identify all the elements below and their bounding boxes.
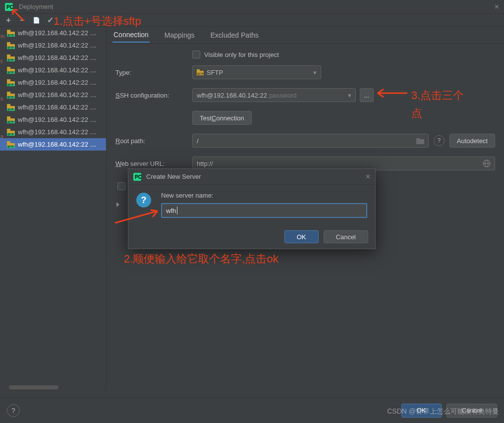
svg-rect-23 — [7, 92, 10, 94]
autodetect-button[interactable]: Autodetect — [449, 134, 495, 148]
dialog-help-icon[interactable]: ? — [7, 404, 20, 417]
svg-rect-11 — [7, 54, 10, 57]
test-connection-button[interactable]: Test Connection — [192, 111, 252, 125]
server-list-item[interactable]: SFTPwfh@192.168.40.142:22 … — [0, 76, 106, 89]
copy-button[interactable]: 📄 — [32, 16, 41, 25]
server-list-item[interactable]: SFTPwfh@192.168.40.142:22 … — [0, 52, 106, 64]
server-name-value: wfh — [166, 207, 176, 214]
svg-text:SFTP: SFTP — [197, 72, 204, 75]
tab-excluded[interactable]: Excluded Paths — [210, 28, 260, 42]
server-list-item[interactable]: SFTPwfh@192.168.40.142:22 … — [0, 101, 106, 113]
remove-button[interactable]: − — [18, 16, 27, 25]
server-name-label: New server name: — [161, 192, 367, 199]
url-label: Web server URL: — [115, 160, 192, 167]
svg-text:SFTP: SFTP — [7, 133, 14, 136]
tab-connection[interactable]: Connection — [112, 28, 150, 43]
dialog-close-icon[interactable]: × — [366, 172, 370, 181]
type-value: SFTP — [207, 69, 223, 76]
root-value: / — [197, 137, 199, 145]
server-list-item-label: wfh@192.168.40.142:22 … — [18, 54, 96, 61]
visible-only-checkbox[interactable] — [192, 51, 200, 58]
root-path-label: Root path: — [115, 137, 192, 145]
pycharm-icon: PC — [5, 3, 13, 11]
server-list-item[interactable]: SFTPwfh@192.168.40.142:22 … — [0, 113, 106, 126]
svg-rect-7 — [7, 42, 10, 45]
server-list-item-label: wfh@192.168.40.142:22 … — [18, 104, 96, 111]
server-list-item-label: wfh@192.168.40.142:22 … — [18, 29, 96, 37]
server-list-item[interactable]: SFTPwfh@192.168.40.142:22 … — [0, 89, 106, 101]
svg-rect-27 — [7, 104, 10, 106]
ssh-config-select[interactable]: wfh@192.168.40.142:22 password ▾ — [192, 88, 356, 102]
svg-rect-39 — [7, 141, 10, 144]
svg-text:SFTP: SFTP — [7, 96, 14, 99]
pycharm-icon: PC — [133, 173, 141, 181]
titlebar: PC Deployment × — [0, 0, 504, 14]
chevron-down-icon: ▾ — [348, 92, 351, 99]
globe-icon — [483, 159, 491, 167]
dialog-title: Create New Server — [146, 173, 201, 180]
svg-text:SFTP: SFTP — [7, 58, 14, 61]
tabs: Connection Mappings Excluded Paths — [107, 27, 504, 44]
server-list-item-label: wfh@192.168.40.142:22 … — [18, 42, 96, 49]
server-list-item-label: wfh@192.168.40.142:22 … — [18, 79, 96, 86]
server-list-item-label: wfh@192.168.40.142:22 … — [18, 141, 96, 148]
svg-text:SFTP: SFTP — [7, 120, 14, 123]
unknown-checkbox[interactable] — [117, 182, 125, 190]
server-list-item-label: wfh@192.168.40.142:22 … — [18, 128, 96, 136]
tab-mappings[interactable]: Mappings — [164, 28, 196, 42]
expand-arrow-icon[interactable] — [116, 202, 119, 207]
server-list-item[interactable]: SFTPwfh@192.168.40.142:22 … — [0, 39, 106, 52]
window-close-icon[interactable]: × — [495, 2, 499, 11]
svg-text:SFTP: SFTP — [7, 34, 14, 37]
server-list-item[interactable]: SFTPwfh@192.168.40.142:22 … — [0, 27, 106, 39]
url-value: http:// — [197, 160, 213, 167]
modal-cancel-button[interactable]: Cancel — [324, 230, 368, 243]
help-icon[interactable]: ? — [434, 135, 445, 146]
svg-rect-35 — [7, 129, 10, 131]
window-title: Deployment — [19, 3, 53, 10]
svg-text:SFTP: SFTP — [7, 46, 14, 49]
folder-icon — [416, 137, 424, 144]
svg-text:PC: PC — [6, 4, 13, 10]
ssh-value: wfh@192.168.40.142:22 — [197, 92, 267, 99]
create-server-dialog: PC Create New Server × ? New server name… — [128, 168, 376, 249]
svg-rect-15 — [7, 67, 10, 69]
svg-text:PC: PC — [135, 174, 141, 180]
dialog-ok-button[interactable]: OK — [401, 404, 442, 418]
modal-ok-button[interactable]: OK — [284, 230, 319, 243]
server-name-input[interactable]: wfh — [161, 203, 367, 218]
server-list-item-label: wfh@192.168.40.142:22 … — [18, 91, 96, 99]
server-list-item[interactable]: SFTPwfh@192.168.40.142:22 … — [0, 126, 106, 138]
svg-text:SFTP: SFTP — [7, 71, 14, 74]
svg-text:SFTP: SFTP — [7, 145, 14, 148]
svg-text:SFTP: SFTP — [7, 108, 14, 111]
svg-rect-31 — [7, 116, 10, 119]
visible-only-label: Visible only for this project — [204, 51, 279, 58]
type-label: Type: — [115, 69, 192, 76]
server-list-item[interactable]: SFTPwfh@192.168.40.142:22 … — [0, 138, 106, 151]
toolbar: + − 📄 ✓ — [0, 14, 504, 27]
sftp-icon: SFTP — [197, 69, 204, 75]
add-button[interactable]: + — [4, 16, 13, 25]
gutter: m c s o — [0, 27, 5, 389]
svg-rect-3 — [7, 30, 10, 32]
type-select[interactable]: SFTP SFTP ▾ — [192, 65, 321, 79]
ssh-label: SSH configuration: — [115, 92, 192, 99]
apply-button[interactable]: ✓ — [46, 16, 55, 25]
server-list-item-label: wfh@192.168.40.142:22 … — [18, 116, 96, 123]
svg-rect-43 — [197, 69, 200, 71]
ssh-browse-button[interactable]: ... — [360, 88, 374, 102]
server-list: m c s o SFTPwfh@192.168.40.142:22 …SFTPw… — [0, 27, 107, 389]
chevron-down-icon: ▾ — [313, 69, 317, 76]
question-icon: ? — [136, 193, 151, 208]
svg-rect-19 — [7, 79, 10, 82]
dialog-footer: ? OK Cancel — [0, 397, 504, 423]
dialog-cancel-button[interactable]: Cancel — [447, 404, 497, 418]
root-path-input[interactable]: / — [192, 134, 429, 148]
scrollbar-horizontal[interactable] — [9, 385, 58, 389]
server-list-item-label: wfh@192.168.40.142:22 … — [18, 66, 96, 74]
ssh-hint: password — [269, 92, 297, 99]
server-list-item[interactable]: SFTPwfh@192.168.40.142:22 … — [0, 64, 106, 76]
svg-text:SFTP: SFTP — [7, 83, 14, 86]
